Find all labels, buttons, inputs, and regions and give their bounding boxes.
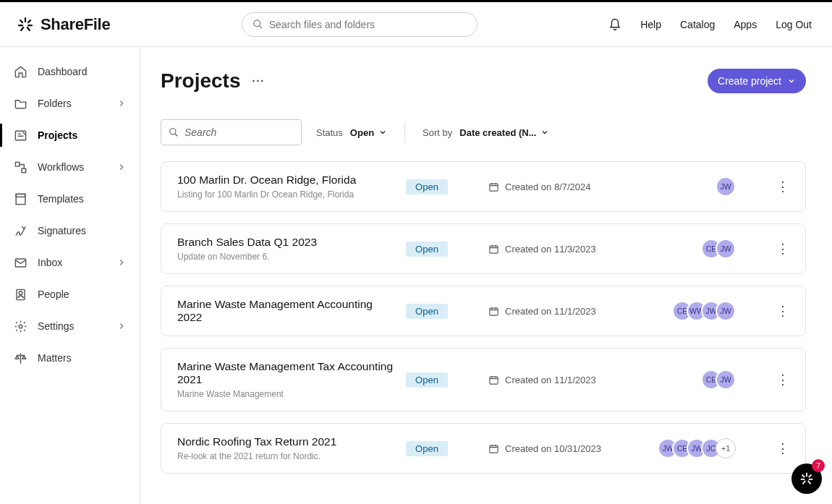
create-project-label: Create project (718, 75, 781, 87)
project-card[interactable]: Marine Waste Management Tax Accounting 2… (161, 348, 806, 411)
chevron-down-icon (378, 128, 387, 137)
search-icon (169, 127, 179, 137)
avatar-stack: JW (716, 176, 736, 197)
project-menu[interactable]: ⋮ (776, 179, 789, 195)
workflows-icon (13, 160, 27, 174)
main-content: Projects ··· Create project Search Statu… (140, 47, 832, 504)
calendar-icon (488, 375, 499, 385)
matters-icon (13, 351, 27, 365)
avatar[interactable]: JW (716, 301, 736, 321)
project-created: Created on 11/1/2023 (488, 306, 640, 317)
project-list: 100 Marlin Dr. Ocean Ridge, FloridaListi… (161, 161, 806, 474)
project-subtitle: Marine Waste Management (177, 389, 394, 399)
nav-logout[interactable]: Log Out (776, 19, 812, 30)
project-subtitle: Re-look at the 2021 return for Nordic. (177, 451, 394, 461)
project-menu[interactable]: ⋮ (776, 303, 789, 319)
svg-rect-2 (15, 131, 25, 140)
sidebar-item-workflows[interactable]: Workflows (0, 151, 140, 183)
svg-rect-17 (490, 445, 498, 453)
status-filter-label: Status (316, 127, 343, 138)
project-search[interactable]: Search (161, 119, 302, 145)
project-card[interactable]: Marine Waste Management Accounting 2022O… (161, 286, 806, 336)
dashboard-icon (13, 64, 27, 79)
sidebar-item-label: Folders (38, 98, 106, 109)
project-created: Created on 11/1/2023 (488, 375, 640, 385)
brand-logo[interactable]: ShareFile (16, 15, 110, 34)
svg-point-0 (254, 20, 260, 27)
sidebar-item-label: Settings (38, 320, 106, 332)
svg-rect-5 (16, 194, 25, 204)
sharefile-logo-icon (799, 471, 815, 487)
project-card[interactable]: 100 Marlin Dr. Ocean Ridge, FloridaListi… (161, 161, 806, 212)
folders-icon (13, 96, 27, 111)
nav-help[interactable]: Help (640, 19, 661, 30)
chevron-down-icon (540, 128, 549, 137)
sort-filter[interactable]: Sort by Date created (N... (423, 127, 549, 138)
svg-point-11 (170, 129, 176, 134)
project-subtitle: Listing for 100 Marlin Dr Ocean Ridge, F… (177, 189, 394, 200)
project-subtitle: Update on November 6. (177, 252, 394, 262)
svg-rect-15 (490, 308, 498, 315)
sidebar-item-label: Projects (38, 129, 127, 141)
project-menu[interactable]: ⋮ (776, 372, 789, 388)
project-menu[interactable]: ⋮ (776, 440, 789, 456)
svg-rect-4 (22, 168, 26, 173)
global-search-wrap: Search files and folders (124, 12, 594, 37)
project-title: Marine Waste Management Tax Accounting 2… (177, 360, 394, 386)
svg-rect-16 (490, 377, 498, 384)
chevron-down-icon (787, 77, 796, 85)
svg-line-1 (259, 25, 262, 28)
sidebar-item-settings[interactable]: Settings (0, 310, 140, 342)
svg-rect-3 (15, 162, 20, 166)
status-badge: Open (406, 242, 448, 257)
page-actions-menu[interactable]: ··· (252, 75, 266, 87)
status-filter-value: Open (350, 127, 374, 138)
project-card[interactable]: Nordic Roofing Tax Return 2021Re-look at… (161, 423, 806, 474)
sidebar-item-inbox[interactable]: Inbox (0, 247, 140, 278)
sidebar-item-templates[interactable]: Templates (0, 183, 140, 215)
nav-catalog[interactable]: Catalog (680, 19, 715, 30)
avatar[interactable]: JW (716, 239, 736, 259)
chevron-right-icon (116, 321, 127, 331)
status-filter[interactable]: Status Open (316, 127, 387, 138)
project-menu[interactable]: ⋮ (776, 241, 789, 257)
sidebar-item-projects[interactable]: Projects (0, 119, 140, 151)
sharefile-logo-icon (16, 15, 35, 34)
sidebar-item-label: People (38, 289, 127, 300)
svg-rect-14 (490, 246, 498, 253)
status-badge: Open (406, 372, 448, 388)
sort-filter-label: Sort by (423, 127, 452, 138)
create-project-button[interactable]: Create project (708, 69, 806, 93)
svg-point-9 (19, 291, 22, 294)
sidebar-item-people[interactable]: People (0, 278, 140, 310)
signatures-icon (13, 223, 27, 238)
brand-name: ShareFile (41, 15, 110, 34)
project-created: Created on 8/7/2024 (488, 181, 640, 192)
sidebar-item-label: Workflows (38, 161, 106, 173)
calendar-icon (488, 443, 499, 454)
sidebar-item-folders[interactable]: Folders (0, 87, 140, 119)
svg-point-10 (19, 325, 22, 328)
sidebar-item-matters[interactable]: Matters (0, 342, 140, 374)
divider (404, 122, 405, 142)
avatar-stack: JWCEJWJC+1 (658, 438, 736, 458)
project-card[interactable]: Branch Sales Data Q1 2023Update on Novem… (161, 223, 806, 274)
page-header: Projects ··· Create project (161, 69, 806, 93)
avatar[interactable]: JW (716, 370, 736, 390)
avatar-more[interactable]: +1 (716, 438, 736, 458)
svg-line-12 (175, 134, 178, 137)
status-badge: Open (406, 304, 448, 319)
global-search[interactable]: Search files and folders (242, 12, 477, 37)
people-icon (13, 287, 27, 302)
nav-apps[interactable]: Apps (734, 19, 757, 30)
sidebar: DashboardFoldersProjectsWorkflowsTemplat… (0, 47, 140, 504)
fab-badge: 7 (812, 459, 825, 472)
avatar[interactable]: JW (716, 176, 736, 197)
inbox-icon (13, 255, 27, 270)
settings-icon (13, 319, 27, 333)
sidebar-item-signatures[interactable]: Signatures (0, 215, 140, 247)
help-fab[interactable]: 7 (791, 464, 822, 494)
sidebar-item-label: Signatures (38, 225, 127, 236)
bell-icon[interactable] (608, 17, 621, 32)
sidebar-item-dashboard[interactable]: Dashboard (0, 56, 140, 87)
